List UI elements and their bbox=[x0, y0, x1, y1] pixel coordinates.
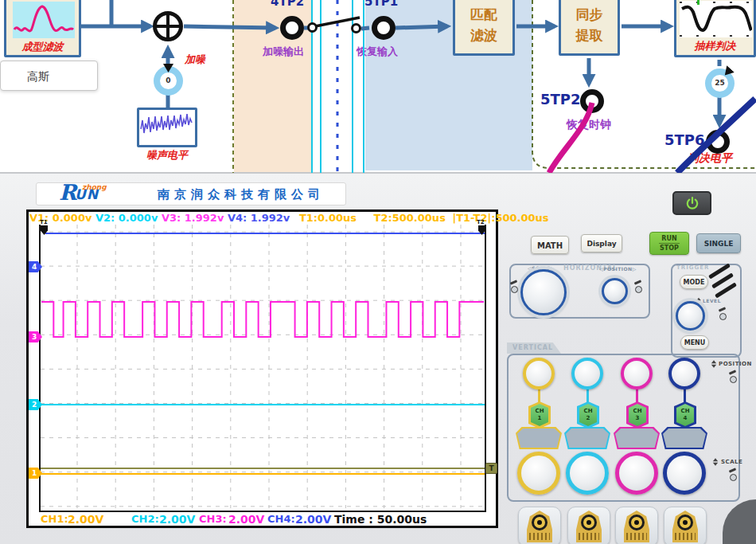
adder-icon bbox=[155, 14, 181, 40]
case-corner bbox=[723, 499, 756, 544]
ch3-bnc-connector[interactable] bbox=[615, 507, 658, 544]
t2-cursor-label: T2 bbox=[477, 219, 485, 225]
ch2-pad bbox=[564, 427, 610, 449]
meas-v4: V4: 1.992v bbox=[228, 212, 290, 224]
ch4-label: CH4: bbox=[267, 513, 295, 525]
power-button[interactable] bbox=[672, 191, 711, 215]
ch2-scale-value: 2.00V bbox=[159, 513, 195, 526]
ch3-pad bbox=[614, 427, 660, 449]
math-button[interactable]: MATH bbox=[531, 236, 569, 254]
ch3-position-knob[interactable] bbox=[621, 358, 653, 389]
ch3-scale-knob[interactable] bbox=[615, 452, 658, 495]
measurement-row: V1: 0.000v V2: 0.000v V3: 1.992v V4: 1.9… bbox=[29, 212, 549, 224]
ch2-label: CH2: bbox=[131, 513, 159, 525]
ch3-scale-value: 2.00V bbox=[228, 513, 264, 526]
brand-logo-sub: zhong bbox=[82, 183, 107, 191]
ch1-scale-value: 2.00V bbox=[68, 513, 103, 526]
meas-v1: V1: 0.000v bbox=[29, 212, 92, 224]
ch1-scale-knob[interactable] bbox=[517, 452, 560, 495]
scale-arrows-icon bbox=[713, 458, 718, 466]
horizontal-position-label: ◁POSITION▷ bbox=[599, 266, 637, 272]
meas-v3: V3: 1.992v bbox=[162, 212, 224, 224]
tp-5tp6-node[interactable] bbox=[706, 130, 730, 154]
meas-v2: V2: 0.000v bbox=[95, 212, 158, 224]
tp-5tp1-node[interactable] bbox=[372, 16, 396, 40]
trigger-level-marker[interactable]: T bbox=[485, 463, 497, 474]
horizontal-scale-knob[interactable] bbox=[520, 269, 567, 315]
scope-screen: V1: 0.000v V2: 0.000v V3: 1.992v V4: 1.9… bbox=[26, 209, 498, 528]
trigger-level-label: LEVEL bbox=[703, 298, 721, 303]
horizontal-position-knob[interactable] bbox=[602, 278, 628, 304]
brand-logo-plate: R UN zhong 南京润众科技有限公司 bbox=[36, 182, 346, 205]
ch4-position-knob[interactable] bbox=[668, 358, 700, 389]
ch2-button[interactable]: CH2 bbox=[577, 401, 599, 429]
switch-contact-right[interactable] bbox=[351, 23, 361, 33]
trigger-menu-button[interactable]: MENU bbox=[680, 335, 709, 350]
trigger-mode-button[interactable]: MODE bbox=[680, 275, 708, 289]
push-knob-icon-vpos bbox=[729, 371, 737, 383]
meas-t1t2: |T1-T2|:500.00us bbox=[452, 212, 548, 224]
ch2-scale-knob[interactable] bbox=[566, 452, 609, 495]
vertical-position-label: POSITION bbox=[719, 361, 752, 367]
graticule bbox=[39, 225, 486, 512]
block-diagram: 成型滤波 高斯 加噪 0 噪声电平 4TP2 加噪输出 5TP1 恢复输入 bbox=[0, 0, 756, 173]
tp-4tp2-node[interactable] bbox=[280, 16, 304, 40]
simulation-app: 成型滤波 高斯 加噪 0 噪声电平 4TP2 加噪输出 5TP1 恢复输入 bbox=[0, 0, 756, 544]
ch3-label: CH3: bbox=[199, 513, 227, 525]
ch2-bnc-connector[interactable] bbox=[567, 507, 610, 544]
ch4-bnc-connector[interactable] bbox=[664, 507, 707, 544]
vertical-scale-label: SCALE bbox=[721, 459, 742, 465]
ch3-button[interactable]: CH3 bbox=[626, 401, 649, 429]
status-row: CH1: 2.00V CH2: 2.00V CH3: 2.00V CH4: 2.… bbox=[29, 512, 496, 526]
single-button[interactable]: SINGLE bbox=[696, 233, 741, 253]
trigger-level-knob[interactable] bbox=[676, 301, 705, 331]
position-arrows-icon bbox=[711, 360, 716, 368]
oscilloscope-window: R UN zhong 南京润众科技有限公司 V1: 0.000v V2: 0.0… bbox=[0, 172, 756, 544]
run-stop-button[interactable]: RUN STOP bbox=[649, 232, 689, 255]
trigger-section-label: TRIGGER bbox=[675, 264, 711, 271]
push-knob-icon-position bbox=[634, 281, 642, 293]
meas-t1: T1:0.00us bbox=[299, 212, 357, 224]
vertical-section-label: VERTICAL bbox=[511, 344, 555, 351]
ch1-button[interactable]: CH1 bbox=[528, 401, 551, 429]
ch1-bnc-connector[interactable] bbox=[518, 507, 561, 544]
ch1-pad bbox=[516, 427, 562, 449]
power-icon bbox=[684, 195, 700, 211]
timebase-value: Time : 50.00us bbox=[334, 513, 427, 526]
ch1-label: CH1: bbox=[41, 513, 68, 525]
t1-cursor-label: T1 bbox=[40, 219, 48, 225]
company-name: 南京润众科技有限公司 bbox=[158, 187, 325, 202]
push-knob-icon-level bbox=[719, 308, 727, 320]
ch4-pad bbox=[661, 427, 707, 449]
meas-t2: T2:500.00us bbox=[374, 212, 446, 224]
ch4-scale-value: 2.00V bbox=[295, 513, 331, 526]
tp-5tp2-node[interactable] bbox=[580, 89, 604, 113]
push-knob-icon-vscale bbox=[729, 469, 737, 481]
push-knob-icon-horizontal bbox=[510, 281, 518, 293]
ch2-position-knob[interactable] bbox=[571, 358, 603, 389]
display-button[interactable]: Display bbox=[581, 234, 622, 252]
switch-contact-left[interactable] bbox=[307, 22, 318, 33]
ch4-button[interactable]: CH4 bbox=[674, 401, 696, 429]
ch4-scale-knob[interactable] bbox=[663, 452, 706, 495]
ch1-position-knob[interactable] bbox=[523, 358, 555, 389]
